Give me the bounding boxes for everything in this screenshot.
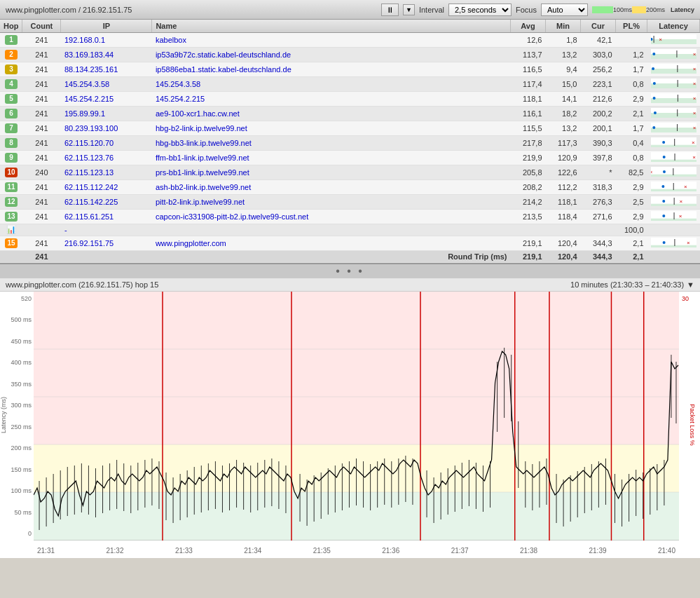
focus-label: Focus: [516, 6, 537, 14]
hop-avg: 219,9: [511, 151, 546, 165]
graph-header: www.pingplotter.com (216.92.151.75) hop …: [0, 278, 700, 292]
hop-avg: 217,8: [511, 136, 546, 151]
svg-rect-46: [651, 175, 696, 177]
hop-count: 241: [22, 92, 61, 107]
hop-name[interactable]: ash-bb2-link.ip.twelve99.net: [152, 180, 511, 195]
hop-ip[interactable]: 62.115.123.13: [61, 165, 152, 180]
hop-cur: 318,3: [581, 180, 616, 195]
hop-ip[interactable]: -: [61, 224, 152, 236]
hop-min: 118,1: [546, 195, 581, 210]
hop-count: 241: [22, 48, 61, 62]
x-label-2138: 21:38: [520, 547, 537, 555]
svg-text:×: ×: [679, 198, 682, 205]
th-hop: Hop: [0, 20, 22, 33]
hop-pl: 2,9: [616, 180, 647, 195]
table-row: 224183.169.183.44ip53a9b72c.static.kabel…: [0, 48, 700, 62]
hop-name[interactable]: pitt-b2-link.ip.twelve99.net: [152, 195, 511, 210]
pause-dropdown-arrow[interactable]: ▼: [403, 4, 415, 15]
hop-count: 240: [22, 165, 61, 180]
x-label-2136: 21:36: [382, 547, 399, 555]
y-label-500: 500 ms: [0, 316, 34, 323]
hop-num-cell: 📊: [0, 224, 22, 236]
hop-avg: 205,8: [511, 165, 546, 180]
hop-num-cell: 12: [0, 195, 22, 210]
hop-table: Hop Count IP Name Avg Min Cur PL% Latenc…: [0, 20, 700, 263]
graph-expand-icon[interactable]: ▼: [687, 280, 694, 289]
table-header-row: Hop Count IP Name Avg Min Cur PL% Latenc…: [0, 20, 700, 33]
hop-avg: 116,1: [511, 107, 546, 121]
svg-rect-21: [651, 98, 696, 103]
latency-mini-svg: ×: [651, 167, 696, 177]
hop-count: 241: [22, 77, 61, 92]
hop-min: 14,1: [546, 92, 581, 107]
hop-ip[interactable]: 145.254.2.215: [61, 92, 152, 107]
hop-ip[interactable]: 62.115.112.242: [61, 180, 152, 195]
hop-pl: [616, 33, 647, 48]
hop-name[interactable]: ip53a9b72c.static.kabel-deutschland.de: [152, 48, 511, 62]
hop-avg: 118,1: [511, 92, 546, 107]
y-label-520: 520: [0, 295, 34, 302]
table-row: 724180.239.193.100hbg-b2-link.ip.twelve9…: [0, 121, 700, 136]
interval-select[interactable]: 2,5 seconds 5 seconds 10 seconds: [448, 4, 512, 16]
hop-avg: 117,4: [511, 77, 546, 92]
svg-point-23: [652, 97, 655, 100]
hop-name[interactable]: ip5886eba1.static.kabel-deutschland.de: [152, 62, 511, 77]
hop-ip[interactable]: 88.134.235.161: [61, 62, 152, 77]
latency-y-axis-label: Latency (ms): [0, 397, 10, 433]
th-min: Min: [546, 20, 581, 33]
hop-min: 118,4: [546, 210, 581, 224]
hop-ip[interactable]: 62.115.120.70: [61, 136, 152, 151]
hop-count: 241: [22, 180, 61, 195]
hop-num-cell: 13: [0, 210, 22, 224]
hop-name[interactable]: ffm-bb1-link.ip.twelve99.net: [152, 151, 511, 165]
hop-badge: 5: [5, 94, 18, 104]
round-trip-row: 241 Round Trip (ms) 219,1 120,4 344,3 2,…: [0, 251, 700, 263]
hop-name[interactable]: ae9-100-xcr1.hac.cw.net: [152, 107, 511, 121]
svg-rect-36: [651, 145, 696, 147]
hop-ip[interactable]: 83.169.183.44: [61, 48, 152, 62]
hop-name[interactable]: hbg-bb3-link.ip.twelve99.net: [152, 136, 511, 151]
hop-badge: 6: [5, 109, 18, 118]
hop-name[interactable]: 145.254.3.58: [152, 77, 511, 92]
hop-ip[interactable]: 216.92.151.75: [61, 236, 152, 251]
hop-name[interactable]: www.pingplotter.com: [152, 236, 511, 251]
hop-ip[interactable]: 62.115.61.251: [61, 210, 152, 224]
hop-latency: [647, 224, 700, 236]
graph-container: 520 500 ms 450 ms 400 ms 350 ms 300 ms 2…: [0, 292, 700, 558]
hop-count: 241: [22, 107, 61, 121]
hop-latency: ×: [647, 121, 700, 136]
hop-latency: ×: [647, 165, 700, 180]
x-label-2134: 21:34: [244, 547, 261, 555]
hop-ip[interactable]: 192.168.0.1: [61, 33, 152, 48]
svg-text:×: ×: [692, 66, 696, 72]
focus-select[interactable]: Auto Manual: [541, 4, 588, 16]
hop-latency: ×: [647, 210, 700, 224]
packet-loss-vertical-label: Packet Loss %: [689, 404, 696, 446]
hop-ip[interactable]: 80.239.193.100: [61, 121, 152, 136]
pause-button[interactable]: ⏸: [381, 4, 399, 16]
hop-name[interactable]: [152, 224, 511, 236]
hop-avg: 208,2: [511, 180, 546, 195]
hop-avg: 113,7: [511, 48, 546, 62]
hop-name[interactable]: hbg-b2-link.ip.twelve99.net: [152, 121, 511, 136]
hop-name[interactable]: 145.254.2.215: [152, 92, 511, 107]
hop-name[interactable]: kabelbox: [152, 33, 511, 48]
y-label-400: 400 ms: [0, 359, 34, 366]
latency-scale: 100ms 200ms Latency: [592, 6, 694, 13]
hop-min: 112,2: [546, 180, 581, 195]
hop-name[interactable]: capcon-ic331908-pitt-b2.ip.twelve99-cust…: [152, 210, 511, 224]
graph-area: www.pingplotter.com (216.92.151.75) hop …: [0, 278, 700, 558]
table-row: 324188.134.235.161ip5886eba1.static.kabe…: [0, 62, 700, 77]
latency-mini-svg: ×: [651, 238, 696, 247]
th-avg: Avg: [511, 20, 546, 33]
hop-ip[interactable]: 62.115.142.225: [61, 195, 152, 210]
svg-text:×: ×: [678, 213, 682, 219]
svg-point-63: [662, 215, 665, 217]
hop-name[interactable]: prs-bb1-link.ip.twelve99.net: [152, 165, 511, 180]
hop-cur: *: [581, 165, 616, 180]
hop-ip[interactable]: 145.254.3.58: [61, 77, 152, 92]
hop-ip[interactable]: 62.115.123.76: [61, 151, 152, 165]
hop-ip[interactable]: 195.89.99.1: [61, 107, 152, 121]
hop-badge: 4: [5, 79, 18, 89]
divider-area: • • •: [0, 264, 700, 278]
